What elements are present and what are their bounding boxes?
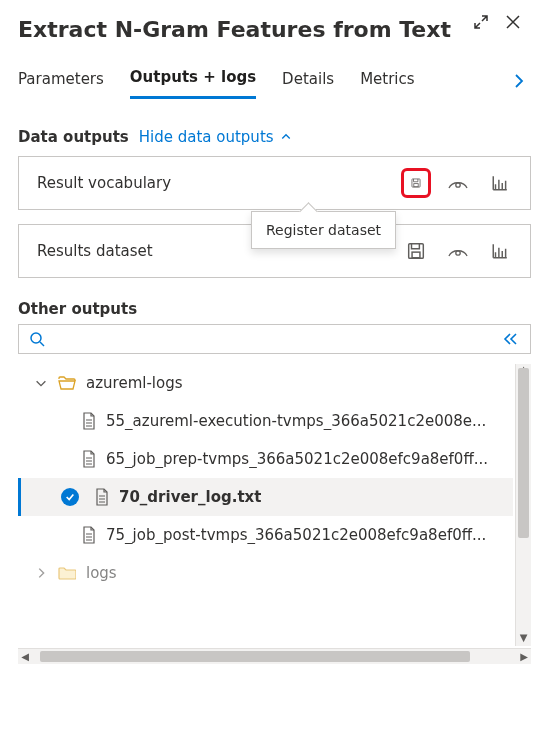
register-dataset-button[interactable]: [404, 171, 428, 195]
search-filter-row: [18, 324, 531, 354]
tree-folder-logs[interactable]: logs: [18, 554, 513, 592]
bar-chart-icon: [491, 174, 509, 192]
visualize-button[interactable]: [488, 239, 512, 263]
file-icon: [82, 526, 96, 544]
tree-file[interactable]: 75_job_post-tvmps_366a5021c2e008efc9a8ef…: [18, 516, 513, 554]
visualize-button[interactable]: [488, 171, 512, 195]
chevron-right-icon: [34, 566, 48, 580]
svg-rect-4: [412, 252, 420, 258]
scroll-left-icon[interactable]: ◀: [18, 649, 32, 664]
output-row-result-vocabulary: Result vocabulary Register dataset: [18, 156, 531, 210]
svg-point-2: [456, 183, 460, 187]
output-name: Results dataset: [37, 242, 153, 260]
tree-folder-azureml-logs[interactable]: azureml-logs: [18, 364, 513, 402]
register-dataset-tooltip: Register dataset: [251, 211, 396, 249]
folder-icon: [58, 566, 76, 580]
file-icon: [95, 488, 109, 506]
tabs-scroll-right-icon[interactable]: [511, 73, 527, 89]
tab-metrics[interactable]: Metrics: [360, 64, 414, 98]
file-tree: azureml-logs 55_azureml-execution-tvmps_…: [18, 364, 531, 664]
checkmark-icon: [61, 488, 79, 506]
eye-icon: [448, 176, 468, 190]
close-icon[interactable]: [505, 14, 523, 32]
output-name: Result vocabulary: [37, 174, 171, 192]
chevron-up-icon: [280, 131, 292, 143]
tree-file[interactable]: 55_azureml-execution-tvmps_366a5021c2e00…: [18, 402, 513, 440]
panel-title: Extract N-Gram Features from Text: [18, 16, 451, 44]
file-name: 55_azureml-execution-tvmps_366a5021c2e00…: [106, 412, 486, 430]
tree-file-selected[interactable]: 70_driver_log.txt: [18, 478, 513, 516]
collapse-sidebar-icon[interactable]: [500, 331, 520, 347]
data-outputs-label: Data outputs: [18, 128, 129, 146]
file-icon: [82, 412, 96, 430]
hide-data-outputs-text: Hide data outputs: [139, 128, 274, 146]
file-name: 65_job_prep-tvmps_366a5021c2e008efc9a8ef…: [106, 450, 488, 468]
expand-icon[interactable]: [473, 14, 491, 32]
file-name: 70_driver_log.txt: [119, 488, 261, 506]
save-icon: [407, 242, 425, 260]
chevron-down-icon: [34, 376, 48, 390]
tab-bar: Parameters Outputs + logs Details Metric…: [18, 62, 531, 100]
scroll-right-icon[interactable]: ▶: [517, 649, 531, 664]
hide-data-outputs-link[interactable]: Hide data outputs: [139, 128, 292, 146]
tab-details[interactable]: Details: [282, 64, 334, 98]
vertical-scrollbar[interactable]: ▲ ▼: [515, 364, 531, 646]
svg-point-5: [456, 251, 460, 255]
save-icon: [411, 174, 421, 192]
tab-parameters[interactable]: Parameters: [18, 64, 104, 98]
register-dataset-button[interactable]: [404, 239, 428, 263]
tree-file[interactable]: 65_job_prep-tvmps_366a5021c2e008efc9a8ef…: [18, 440, 513, 478]
horizontal-scrollbar[interactable]: ◀ ▶: [18, 648, 531, 664]
file-name: 75_job_post-tvmps_366a5021c2e008efc9a8ef…: [106, 526, 486, 544]
tab-outputs-logs[interactable]: Outputs + logs: [130, 62, 256, 99]
folder-open-icon: [58, 376, 76, 390]
search-icon[interactable]: [29, 331, 45, 347]
preview-button[interactable]: [446, 171, 470, 195]
svg-rect-1: [414, 184, 418, 187]
preview-button[interactable]: [446, 239, 470, 263]
file-icon: [82, 450, 96, 468]
eye-icon: [448, 244, 468, 258]
scroll-down-icon[interactable]: ▼: [516, 632, 531, 646]
svg-point-6: [31, 333, 41, 343]
scroll-thumb[interactable]: [518, 368, 529, 538]
bar-chart-icon: [491, 242, 509, 260]
scroll-thumb[interactable]: [40, 651, 470, 662]
folder-name: logs: [86, 564, 117, 582]
folder-name: azureml-logs: [86, 374, 183, 392]
other-outputs-label: Other outputs: [18, 300, 531, 318]
